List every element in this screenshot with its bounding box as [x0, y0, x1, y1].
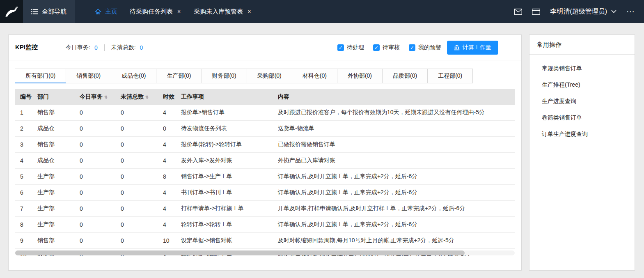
- sort-icon[interactable]: ⇅: [104, 95, 108, 99]
- filter-checkbox-item[interactable]: ✓ 我的预警: [409, 44, 441, 51]
- table-row[interactable]: 6 生产部 0 0 4 书刊订单->书刊工单 订单确认后,及时开立施工单，正常完…: [15, 185, 515, 201]
- cell-dept: 成品仓: [32, 157, 75, 164]
- cell-content: 订单确认后,及时开立施工单，正常完成+2分，延后-6分: [273, 221, 515, 228]
- department-tab[interactable]: 生产部(0): [156, 69, 202, 83]
- cell-dept: 生产部: [32, 205, 75, 212]
- department-tabs: 所有部门(0) 销售部(0) 成品仓(0) 生产部(0) 财务部(0): [15, 69, 515, 83]
- kpi-filters: ✓ 待处理 ✓ 待审核 ✓ 我的预警: [337, 44, 441, 51]
- department-tab-label: 生产部(0): [167, 72, 191, 80]
- department-tab[interactable]: 销售部(0): [66, 69, 111, 83]
- department-tab[interactable]: 品质部(0): [382, 69, 428, 83]
- department-tab[interactable]: 财务部(0): [202, 69, 247, 83]
- table-row[interactable]: 5 生产部 0 0 8 销售订单->生产工单 订单确认后,及时开立施工单，正常完…: [15, 169, 515, 185]
- user-menu[interactable]: 李明清(超级管理员): [550, 7, 616, 16]
- table-row[interactable]: 8 生产部 0 0 4 轮转订单->轮转工单 订单确认后,及时开立施工单，正常完…: [15, 217, 515, 233]
- cell-hours: 10: [158, 237, 176, 244]
- filter-checkbox-item[interactable]: ✓ 待处理: [337, 44, 364, 51]
- window-tabs: 主页 待采购任务列表 × 采购未入库预警表 ×: [89, 0, 258, 23]
- stat-today: 今日事务: 0: [66, 44, 98, 51]
- common-action-link[interactable]: 生产进度查询: [529, 93, 635, 110]
- filter-label: 待处理: [347, 44, 364, 51]
- common-action-link[interactable]: 生产排程(Tree): [529, 77, 635, 93]
- table-header-cell[interactable]: 今日事务 ⇅: [75, 93, 116, 101]
- cell-hours: 4: [158, 141, 176, 148]
- department-tab-label: 销售部(0): [76, 72, 101, 80]
- window-tab[interactable]: 待采购任务列表 ×: [124, 0, 188, 23]
- table-body: 1 销售部 0 0 4 报价单>销售订单 及时跟进已报价准客户，每个报价有效期为…: [15, 105, 515, 256]
- cell-unclear: 0: [116, 205, 158, 212]
- mail-icon[interactable]: [514, 9, 522, 15]
- table-row[interactable]: 2 成品仓 0 0 0 待发物流任务列表 送货单-物流单: [15, 121, 515, 137]
- cell-task: 书刊订单->书刊工单: [176, 189, 273, 196]
- common-action-link[interactable]: 订单生产进度查询: [529, 126, 635, 142]
- table-header-cell[interactable]: 内容: [273, 93, 515, 101]
- table-row[interactable]: 1 销售部 0 0 4 报价单>销售订单 及时跟进已报价准客户，每个报价有效期为…: [15, 105, 515, 121]
- window-tab[interactable]: 采购未入库预警表 ×: [188, 0, 258, 23]
- cell-today: 0: [75, 237, 116, 244]
- department-tab[interactable]: 外协部(0): [337, 69, 383, 83]
- common-action-link[interactable]: 卷筒类销售订单: [529, 110, 635, 126]
- common-action-label: 卷筒类销售订单: [542, 114, 582, 122]
- table-header-cell[interactable]: 工作事项: [176, 93, 273, 101]
- cell-no: 6: [15, 189, 32, 196]
- table-header-cell[interactable]: 时效 ⇅: [158, 93, 176, 101]
- more-icon[interactable]: ⋯: [626, 7, 635, 16]
- department-tab[interactable]: 采购部(0): [247, 69, 292, 83]
- scrollbar-thumb[interactable]: [15, 250, 465, 255]
- department-tab[interactable]: 所有部门(0): [15, 69, 66, 83]
- stat-unclear: 未清总数: 0: [111, 44, 143, 51]
- kpi-panel: KPI监控 今日事务: 0 未清总数: 0 ✓ 待处理: [8, 34, 522, 271]
- topbar: 全部导航 主页 待采购任务列表 × 采购未入库预警表: [0, 0, 644, 23]
- close-icon[interactable]: ×: [247, 8, 252, 15]
- table-header-label: 工作事项: [181, 93, 204, 101]
- user-name: 李明清(超级管理员): [550, 7, 607, 16]
- cell-today: 0: [75, 157, 116, 164]
- cell-no: 1: [15, 109, 32, 116]
- cell-task: 发外入库->发外对账: [176, 157, 273, 164]
- cell-today: 0: [75, 173, 116, 180]
- filter-checkbox-item[interactable]: ✓ 待审核: [373, 44, 400, 51]
- table-header-label: 今日事务: [80, 93, 103, 101]
- window-tab[interactable]: 主页: [89, 0, 124, 23]
- table-row[interactable]: 9 销售部 0 0 10 设定单据->销售对帐 及时对帐缩短回款周期,每月10号…: [15, 233, 515, 249]
- department-tab[interactable]: 成品仓(0): [111, 69, 156, 83]
- table-row[interactable]: 4 成品仓 0 0 4 发外入库->发外对账 外协产品已入库请对账: [15, 153, 515, 169]
- panel-switch-icon[interactable]: [532, 9, 540, 15]
- table-header-cell[interactable]: 部门: [32, 93, 75, 101]
- all-nav-button[interactable]: 全部导航: [23, 0, 75, 23]
- cell-hours: 4: [158, 109, 176, 116]
- table-header-row: 编号 部门 今日事务 ⇅ 未清总数 ⇅: [15, 89, 515, 105]
- table-header-cell[interactable]: 编号: [15, 93, 32, 101]
- checkbox-checked-icon[interactable]: ✓: [373, 44, 380, 51]
- calc-workload-button[interactable]: 计算工作量: [447, 41, 498, 55]
- window-tab-label: 主页: [105, 8, 117, 16]
- app-logo[interactable]: [0, 0, 23, 23]
- common-action-label: 生产进度查询: [542, 98, 576, 105]
- kpi-header: KPI监控 今日事务: 0 未清总数: 0 ✓ 待处理: [9, 35, 521, 60]
- cell-unclear: 0: [116, 141, 158, 148]
- cell-today: 0: [75, 221, 116, 228]
- cell-today: 0: [75, 109, 116, 116]
- department-tab[interactable]: 工程部(0): [427, 69, 473, 83]
- window-tab-label: 采购未入库预警表: [194, 8, 243, 16]
- cell-today: 0: [75, 141, 116, 148]
- checkbox-checked-icon[interactable]: ✓: [337, 44, 344, 51]
- stat-divider: [104, 44, 105, 51]
- table-header-cell[interactable]: 未清总数 ⇅: [116, 93, 158, 101]
- sort-icon[interactable]: ⇅: [145, 95, 149, 99]
- close-icon[interactable]: ×: [176, 8, 181, 15]
- table-row[interactable]: 3 销售部 0 0 4 报价单(轮转)->轮转订单 已做报价需做销售订单: [15, 137, 515, 153]
- table-row[interactable]: 7 生产部 0 0 4 打样申请单->打样施工单 开单及时率,打样申请确认后,及…: [15, 201, 515, 217]
- horizontal-scrollbar[interactable]: [15, 250, 515, 255]
- filter-label: 我的预警: [418, 44, 441, 51]
- cell-dept: 销售部: [32, 109, 75, 116]
- common-action-link[interactable]: 常规类销售订单: [529, 60, 635, 77]
- checkbox-checked-icon[interactable]: ✓: [409, 44, 415, 51]
- menu-list-icon: [31, 9, 38, 14]
- common-actions-list: 常规类销售订单 生产排程(Tree) 生产进度查询 卷筒类销售订单 订单生产进度…: [529, 55, 635, 148]
- cell-hours: 8: [158, 173, 176, 180]
- department-tab-label: 外协部(0): [348, 72, 372, 80]
- cell-task: 报价单>销售订单: [176, 109, 273, 116]
- department-tab-label: 材料仓(0): [303, 72, 327, 80]
- department-tab[interactable]: 材料仓(0): [292, 69, 337, 83]
